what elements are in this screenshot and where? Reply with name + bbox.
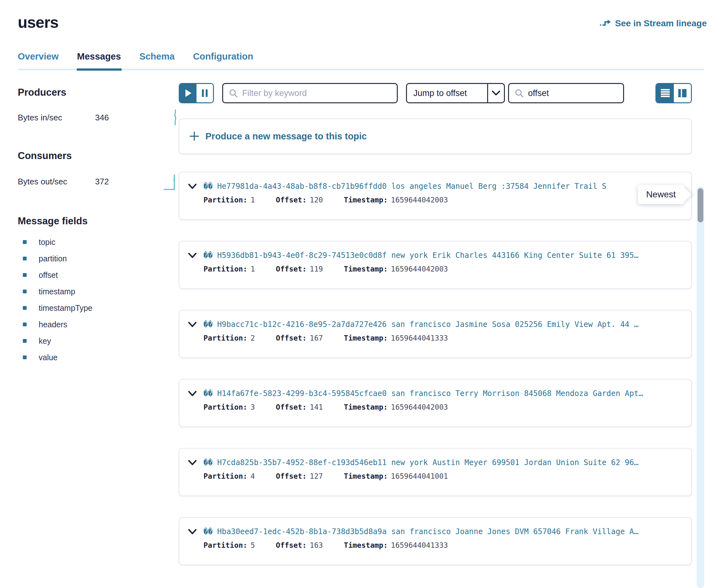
bytes-out-label: Bytes out/sec xyxy=(18,177,95,187)
offset-value: 167 xyxy=(310,334,323,342)
bullet-square-icon xyxy=(23,273,27,277)
tab-messages[interactable]: Messages xyxy=(77,51,121,69)
filter-input-box xyxy=(222,83,398,103)
active-tab-indicator xyxy=(77,68,122,71)
produce-message-label: Produce a new message to this topic xyxy=(205,131,367,142)
expand-chevron-icon[interactable] xyxy=(188,460,197,465)
timestamp-value: 1659644042003 xyxy=(391,403,448,411)
partition-label: Partition: xyxy=(204,403,247,411)
consumers-heading: Consumers xyxy=(18,150,179,162)
messages-scrollbar-track[interactable] xyxy=(697,186,704,588)
offset-value: 127 xyxy=(310,472,323,480)
offset-value: 120 xyxy=(310,196,323,204)
bullet-square-icon xyxy=(23,306,27,310)
stream-lineage-link[interactable]: See in Stream lineage xyxy=(599,18,707,28)
consumers-section: Consumers Bytes out/sec 372 xyxy=(18,150,179,191)
page-title: users xyxy=(18,13,58,32)
partition-label: Partition: xyxy=(204,541,247,549)
newest-tooltip: Newest xyxy=(638,185,684,204)
timestamp-label: Timestamp: xyxy=(344,196,388,204)
filter-keyword-input[interactable] xyxy=(242,88,391,98)
bytes-in-row: Bytes in/sec 346 xyxy=(18,109,179,126)
partition-label: Partition: xyxy=(204,196,247,204)
message-row[interactable]: �� H14fa67fe-5823-4299-b3c4-595845cfcae0… xyxy=(179,379,692,427)
pause-button[interactable] xyxy=(197,84,213,102)
tab-bar: Overview Messages Schema Configuration xyxy=(0,51,722,69)
producers-section: Producers Bytes in/sec 346 xyxy=(18,87,179,126)
tab-overview[interactable]: Overview xyxy=(18,51,59,69)
jump-select-value: Jump to offset xyxy=(407,84,487,102)
messages-toolbar: Jump to offset xyxy=(179,83,692,103)
message-row[interactable]: �� H7cda825b-35b7-4952-88ef-c193d546eb11… xyxy=(179,448,692,496)
message-key-value: �� H7cda825b-35b7-4952-88ef-c193d546eb11… xyxy=(204,458,682,467)
field-item-headers[interactable]: headers xyxy=(18,316,179,333)
expand-chevron-icon[interactable] xyxy=(188,391,197,396)
play-icon xyxy=(185,89,192,97)
expand-chevron-icon[interactable] xyxy=(188,184,197,189)
message-key-value: �� Hba30eed7-1edc-452b-8b1a-738d3b5d8a9a… xyxy=(204,527,682,536)
messages-panel: Jump to offset xyxy=(179,70,722,565)
bullet-square-icon xyxy=(23,355,27,359)
split-view-button[interactable] xyxy=(674,84,691,102)
list-view-icon xyxy=(661,89,670,98)
field-item-timestamp[interactable]: timestamp xyxy=(18,283,179,300)
play-button[interactable] xyxy=(180,84,197,102)
chevron-down-icon xyxy=(488,84,504,102)
field-item-value[interactable]: value xyxy=(18,349,179,365)
field-item-topic[interactable]: topic xyxy=(18,234,179,250)
message-key-value: �� H5936db81-b943-4e0f-8c29-74513e0c0d8f… xyxy=(204,251,682,260)
expand-chevron-icon[interactable] xyxy=(188,322,197,327)
timestamp-label: Timestamp: xyxy=(344,265,388,273)
timestamp-value: 1659644042003 xyxy=(391,265,448,273)
message-row[interactable]: �� He77981da-4a43-48ab-b8f8-cb71b96ffdd0… xyxy=(179,172,692,220)
bytes-in-label: Bytes in/sec xyxy=(18,113,95,123)
bytes-in-value: 346 xyxy=(95,113,109,123)
timestamp-label: Timestamp: xyxy=(344,334,388,342)
messages-scrollbar-thumb[interactable] xyxy=(698,188,703,223)
offset-value: 119 xyxy=(310,265,323,273)
message-row[interactable]: �� H5936db81-b943-4e0f-8c29-74513e0c0d8f… xyxy=(179,241,692,289)
offset-value: 163 xyxy=(310,541,323,549)
timestamp-label: Timestamp: xyxy=(344,472,388,480)
bytes-out-sparkline xyxy=(164,172,179,191)
offset-label: Offset: xyxy=(276,196,307,204)
bullet-square-icon xyxy=(23,290,27,293)
timestamp-value: 1659644041001 xyxy=(391,472,448,480)
partition-label: Partition: xyxy=(204,334,247,342)
message-key-value: �� H9bacc71c-b12c-4216-8e95-2a7da727e426… xyxy=(204,320,682,329)
timestamp-value: 1659644042003 xyxy=(391,196,448,204)
partition-value: 2 xyxy=(250,334,255,342)
timestamp-label: Timestamp: xyxy=(344,403,388,411)
produce-message-button[interactable]: Produce a new message to this topic xyxy=(179,119,692,154)
message-fields-list: topic partition offset timestamp timesta… xyxy=(18,234,179,365)
bytes-out-value: 372 xyxy=(95,177,109,187)
message-key-value: �� He77981da-4a43-48ab-b8f8-cb71b96ffdd0… xyxy=(204,182,682,191)
page-header: users See in Stream lineage xyxy=(0,0,722,32)
message-row[interactable]: �� Hba30eed7-1edc-452b-8b1a-738d3b5d8a9a… xyxy=(179,517,692,565)
field-item-key[interactable]: key xyxy=(18,333,179,349)
partition-value: 1 xyxy=(250,196,255,204)
bullet-square-icon xyxy=(23,339,27,343)
plus-icon xyxy=(189,131,199,141)
newest-tooltip-label: Newest xyxy=(646,189,676,199)
offset-label: Offset: xyxy=(276,265,307,273)
message-fields-section: Message fields topic partition offset ti… xyxy=(18,215,179,365)
jump-to-offset-select[interactable]: Jump to offset xyxy=(406,83,505,103)
tab-schema[interactable]: Schema xyxy=(140,51,174,69)
tab-configuration[interactable]: Configuration xyxy=(193,51,253,69)
tab-underline-track xyxy=(18,69,704,70)
topic-page: users See in Stream lineage Overview Mes… xyxy=(0,0,722,588)
expand-chevron-icon[interactable] xyxy=(188,253,197,258)
offset-label: Offset: xyxy=(276,472,307,480)
offset-search-input[interactable] xyxy=(528,88,617,98)
bullet-square-icon xyxy=(23,257,27,260)
field-item-timestampType[interactable]: timestampType xyxy=(18,300,179,316)
field-item-offset[interactable]: offset xyxy=(18,267,179,283)
message-row[interactable]: �� H9bacc71c-b12c-4216-8e95-2a7da727e426… xyxy=(179,310,692,358)
expand-chevron-icon[interactable] xyxy=(188,529,197,534)
field-item-partition[interactable]: partition xyxy=(18,250,179,267)
search-icon xyxy=(515,89,523,98)
offset-label: Offset: xyxy=(276,541,307,549)
list-view-button[interactable] xyxy=(656,84,674,102)
partition-value: 4 xyxy=(250,472,255,480)
